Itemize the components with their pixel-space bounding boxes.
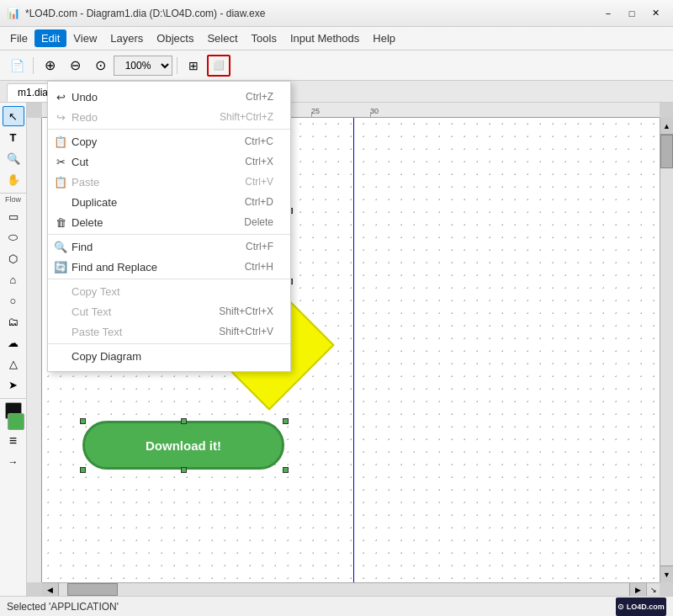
- menu-cut-shortcut: Ctrl+X: [245, 156, 273, 167]
- tool-select[interactable]: ↖: [3, 106, 24, 126]
- menu-delete[interactable]: 🗑 Delete Delete: [48, 212, 290, 232]
- menu-paste[interactable]: 📋 Paste Ctrl+V: [48, 172, 290, 192]
- menu-duplicate-shortcut: Ctrl+D: [245, 196, 273, 208]
- menu-view[interactable]: View: [66, 29, 103, 47]
- paste-text-icon: [53, 324, 68, 339]
- copy-diagram-icon: [53, 348, 68, 364]
- tool-text[interactable]: T: [3, 127, 24, 147]
- copy-icon: 📋: [53, 134, 68, 149]
- duplicate-icon: [53, 194, 68, 210]
- tool-cylinder[interactable]: 🗂: [3, 311, 24, 332]
- menu-section-copy-diagram: Copy Diagram: [48, 344, 290, 368]
- vscroll-up[interactable]: ▲: [660, 118, 673, 135]
- close-button[interactable]: ✕: [644, 5, 666, 22]
- menu-paste-text-shortcut: Shift+Ctrl+V: [219, 326, 273, 337]
- menu-undo[interactable]: ↩ Undo Ctrl+Z: [48, 87, 290, 107]
- toolbar-zoom-in[interactable]: ⊕: [38, 55, 61, 77]
- toolbar-zoom-out[interactable]: ⊖: [63, 55, 87, 77]
- menu-copy-text[interactable]: Copy Text: [48, 281, 290, 301]
- sel-handle-oval-br: [283, 467, 289, 473]
- vertical-scrollbar[interactable]: ▲ ▼: [660, 118, 673, 582]
- statusbar: Selected 'APPLICATION' ⊙ LO4D.com: [0, 596, 673, 616]
- delete-icon: 🗑: [53, 215, 68, 230]
- zoom-select[interactable]: 100% 75% 150% 200%: [114, 56, 172, 76]
- horizontal-scrollbar[interactable]: ◀ ▶ ↘: [42, 582, 660, 596]
- tool-zoom[interactable]: 🔍: [3, 148, 24, 168]
- menu-find-shortcut: Ctrl+F: [246, 241, 273, 252]
- tool-line-style[interactable]: ≡: [3, 431, 24, 451]
- menu-objects[interactable]: Objects: [150, 29, 200, 47]
- paste-icon: 📋: [53, 174, 68, 189]
- cut-icon: ✂: [53, 154, 68, 169]
- tool-circle[interactable]: ○: [3, 290, 24, 311]
- toolbar-snap[interactable]: ⬜: [207, 55, 231, 77]
- tool-arrow[interactable]: ➤: [3, 374, 24, 395]
- tool-bg-color[interactable]: [8, 413, 24, 430]
- menu-duplicate[interactable]: Duplicate Ctrl+D: [48, 192, 290, 212]
- toolbar-new[interactable]: 📄: [5, 55, 29, 77]
- tool-line-end[interactable]: →: [3, 452, 24, 472]
- menu-copy-diagram[interactable]: Copy Diagram: [48, 346, 290, 366]
- toolbar-grid[interactable]: ⊞: [182, 55, 205, 77]
- menu-cut-text-label: Cut Text: [72, 305, 111, 318]
- hscroll-left[interactable]: ◀: [42, 583, 59, 596]
- menu-find-replace-label: Find and Replace: [72, 261, 157, 273]
- menu-copy[interactable]: 📋 Copy Ctrl+C: [48, 131, 290, 151]
- menu-cut[interactable]: ✂ Cut Ctrl+X: [48, 151, 290, 172]
- menu-find-replace[interactable]: 🔄 Find and Replace Ctrl+H: [48, 257, 290, 277]
- menu-file[interactable]: File: [3, 29, 34, 47]
- sel-handle-oval-bm: [181, 467, 187, 473]
- menu-find[interactable]: 🔍 Find Ctrl+F: [48, 236, 290, 257]
- menu-redo-label: Redo: [72, 111, 98, 124]
- menu-help[interactable]: Help: [366, 29, 402, 47]
- toolbar-zoom-actual[interactable]: ⊙: [88, 55, 112, 77]
- tool-cloud[interactable]: ☁: [3, 332, 24, 353]
- menu-undo-shortcut: Ctrl+Z: [246, 91, 273, 103]
- menu-layers[interactable]: Layers: [103, 29, 150, 47]
- maximize-button[interactable]: □: [621, 5, 643, 22]
- tool-hand[interactable]: ✋: [3, 169, 24, 189]
- undo-icon: ↩: [53, 89, 68, 104]
- menu-section-clipboard: 📋 Copy Ctrl+C ✂ Cut Ctrl+X 📋 Paste Ctrl+…: [48, 130, 290, 235]
- shape-download-text: Download it!: [146, 438, 221, 453]
- minimize-button[interactable]: −: [597, 5, 619, 22]
- tool-trapez[interactable]: ⌂: [3, 269, 24, 289]
- shape-download-oval[interactable]: Download it!: [82, 421, 284, 470]
- menu-tools[interactable]: Tools: [245, 29, 284, 47]
- menubar: File Edit View Layers Objects Select Too…: [0, 27, 673, 50]
- menu-section-undo-redo: ↩ Undo Ctrl+Z ↪ Redo Shift+Ctrl+Z: [48, 85, 290, 130]
- menu-edit[interactable]: Edit: [34, 29, 66, 47]
- menu-paste-text-label: Paste Text: [72, 326, 122, 338]
- menu-section-text: Copy Text Cut Text Shift+Ctrl+X Paste Te…: [48, 279, 290, 344]
- find-replace-icon: 🔄: [53, 259, 68, 274]
- tool-rect[interactable]: ▭: [3, 206, 24, 226]
- tool-ellipse[interactable]: ⬭: [3, 227, 24, 247]
- menu-copy-text-label: Copy Text: [72, 285, 120, 298]
- redo-icon: ↪: [53, 109, 68, 125]
- menu-select[interactable]: Select: [200, 29, 244, 47]
- vscroll-thumb[interactable]: [660, 135, 673, 168]
- menu-section-find: 🔍 Find Ctrl+F 🔄 Find and Replace Ctrl+H: [48, 235, 290, 279]
- flow-label: Flow: [0, 195, 26, 204]
- resize-corner-icon: ↘: [647, 583, 660, 596]
- menu-redo[interactable]: ↪ Redo Shift+Ctrl+Z: [48, 107, 290, 127]
- toolbar: 📄 ⊕ ⊖ ⊙ 100% 75% 150% 200% ⊞ ⬜: [0, 50, 673, 81]
- tool-triangle[interactable]: △: [3, 353, 24, 374]
- menu-undo-label: Undo: [72, 91, 98, 104]
- menu-copy-shortcut: Ctrl+C: [245, 135, 273, 147]
- menu-cut-label: Cut: [72, 156, 88, 168]
- menu-paste-label: Paste: [72, 176, 99, 189]
- cut-text-icon: [53, 304, 68, 319]
- menu-cut-text[interactable]: Cut Text Shift+Ctrl+X: [48, 301, 290, 321]
- hscroll-right[interactable]: ▶: [629, 583, 646, 596]
- vscroll-down[interactable]: ▼: [660, 566, 673, 582]
- sel-handle-oval-tm: [181, 418, 187, 424]
- logo-text: ⊙ LO4D.com: [617, 603, 665, 611]
- left-toolbar: ↖ T 🔍 ✋ Flow ▭ ⬭ ⬡ ⌂ ○ 🗂 ☁ △ ➤ ≡ →: [0, 103, 27, 596]
- menu-paste-text[interactable]: Paste Text Shift+Ctrl+V: [48, 321, 290, 342]
- tool-poly[interactable]: ⬡: [3, 248, 24, 268]
- menu-find-label: Find: [72, 241, 93, 253]
- hscroll-thumb[interactable]: [67, 583, 118, 596]
- sel-handle-oval-bl: [80, 467, 86, 473]
- menu-input-methods[interactable]: Input Methods: [284, 29, 366, 47]
